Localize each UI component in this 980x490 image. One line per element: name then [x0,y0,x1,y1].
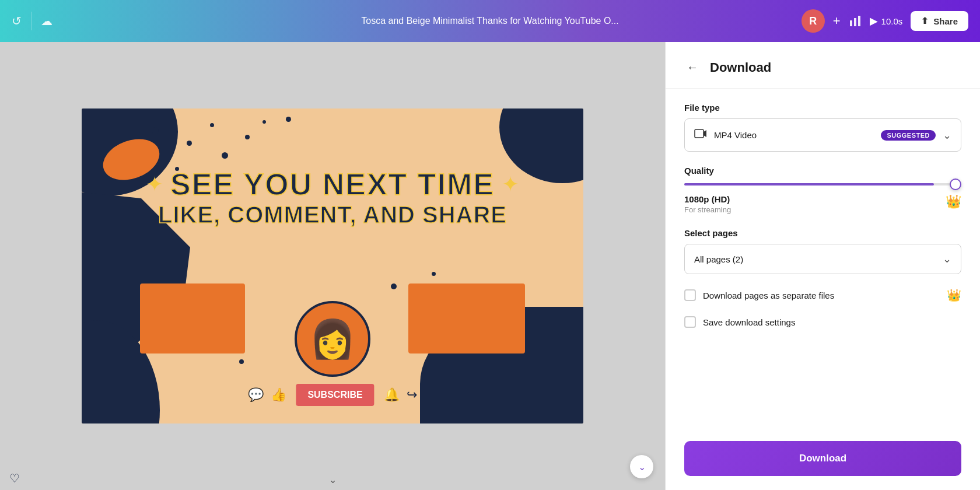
file-type-value: MP4 Video [714,130,874,140]
save-settings-row: Save download settings [684,316,961,328]
person-emoji: 👩 [309,317,356,361]
download-separate-checkbox[interactable] [684,289,696,301]
analytics-icon[interactable] [849,15,862,27]
main-area: ✦ SEE YOU NEXT TIME ✦ LIKE, COMMENT, AND… [0,42,980,490]
suggested-badge: SUGGESTED [881,130,936,141]
pages-value: All pages (2) [694,254,943,264]
canvas-text-container: ✦ SEE YOU NEXT TIME ✦ LIKE, COMMENT, AND… [82,167,583,228]
download-separate-label: Download pages as separate files [703,290,940,300]
dot [391,284,397,289]
star-left: ✦ [146,172,163,197]
divider [31,12,32,30]
page-chevron[interactable]: ⌄ [329,474,337,485]
document-title: Tosca and Beige Minimalist Thanks for Wa… [361,16,618,26]
select-pages-section: Select pages All pages (2) ⌄ [684,228,961,274]
dot [245,135,250,139]
back-button[interactable]: ← [684,58,701,76]
person-avatar: 👩 [295,301,370,377]
panel-header: ← Download [666,42,980,89]
save-settings-label: Save download settings [703,317,961,327]
crown-icon-quality: 👑 [946,194,961,209]
header: ↺ ☁ Tosca and Beige Minimalist Thanks fo… [0,0,980,42]
panel-body: File type MP4 Video SUGGESTED ⌄ Quality [666,89,980,490]
canvas-content: ✦ SEE YOU NEXT TIME ✦ LIKE, COMMENT, AND… [82,108,583,424]
preview-button[interactable]: ▶ 10.0s [870,15,903,27]
chevron-pages-icon: ⌄ [943,253,951,265]
quality-description: For streaming [684,205,731,214]
spacer [684,342,961,427]
dot [210,123,214,127]
dot [262,120,266,124]
canvas-title-1: SEE YOU NEXT TIME [170,167,495,202]
orange-box-right [408,284,525,354]
header-left: ↺ ☁ [12,12,52,30]
save-settings-checkbox[interactable] [684,316,696,328]
chevron-down-icon: ⌄ [943,129,951,142]
share-arrow-icon: ↪ [407,387,417,402]
file-type-dropdown[interactable]: MP4 Video SUGGESTED ⌄ [684,118,961,152]
svg-rect-1 [854,18,856,26]
svg-rect-2 [858,16,860,26]
dot [187,141,192,146]
download-separate-row: Download pages as separate files 👑 [684,288,961,302]
svg-rect-0 [850,20,852,26]
file-type-label: File type [684,103,961,113]
orange-box-left [140,284,245,354]
quality-label: Quality [684,166,961,176]
star-right: ✦ [502,172,519,197]
scroll-button[interactable]: ⌄ [630,455,653,478]
share-icon: ⬆ [921,16,929,26]
panel-title: Download [710,60,771,75]
heart-icon[interactable]: ♡ [9,471,20,485]
subscribe-button: SUBSCRIBE [296,384,374,406]
select-pages-label: Select pages [684,228,961,238]
canvas-area[interactable]: ✦ SEE YOU NEXT TIME ✦ LIKE, COMMENT, AND… [0,42,665,490]
quality-slider[interactable] [684,183,961,186]
dot [152,127,159,134]
quality-info: 1080p (HD) For streaming 👑 [684,194,961,214]
cloud-icon[interactable]: ☁ [41,14,52,28]
canvas-frame: ✦ SEE YOU NEXT TIME ✦ LIKE, COMMENT, AND… [82,108,583,424]
svg-rect-3 [695,130,704,138]
subscribe-bar: 💬 👍 SUBSCRIBE 🔔 ↪ [248,384,416,406]
crown-icon-separate: 👑 [947,288,961,302]
header-right: R + ▶ 10.0s ⬆ Share [802,9,968,33]
bell-icon: 🔔 [384,387,400,402]
add-icon[interactable]: + [833,13,841,29]
video-icon [694,127,707,143]
quality-text: 1080p (HD) For streaming [684,194,731,214]
file-type-section: File type MP4 Video SUGGESTED ⌄ [684,103,961,152]
slider-fill [684,183,934,186]
like-icon: 👍 [271,387,286,402]
download-button[interactable]: Download [684,441,961,476]
canvas-title-2: LIKE, COMMENT, AND SHARE [158,202,507,228]
slider-thumb[interactable] [950,178,961,190]
pages-dropdown[interactable]: All pages (2) ⌄ [684,244,961,274]
action-icons: 🔔 ↪ [384,387,417,402]
quality-section: Quality 1080p (HD) For streaming 👑 [684,166,961,214]
quality-resolution: 1080p (HD) [684,194,731,204]
user-avatar[interactable]: R [802,9,825,33]
dot [222,152,228,159]
play-icon: ▶ [870,15,878,27]
share-button[interactable]: ⬆ Share [911,11,968,31]
download-panel: ← Download File type MP4 Video SUGGESTED… [665,42,980,490]
dot [286,117,291,122]
slider-track [684,183,961,186]
dot [432,272,436,276]
redo-icon[interactable]: ↺ [12,14,22,28]
dot [239,359,244,364]
chat-icon: 💬 [248,387,264,402]
social-icons: 💬 👍 [248,387,286,402]
